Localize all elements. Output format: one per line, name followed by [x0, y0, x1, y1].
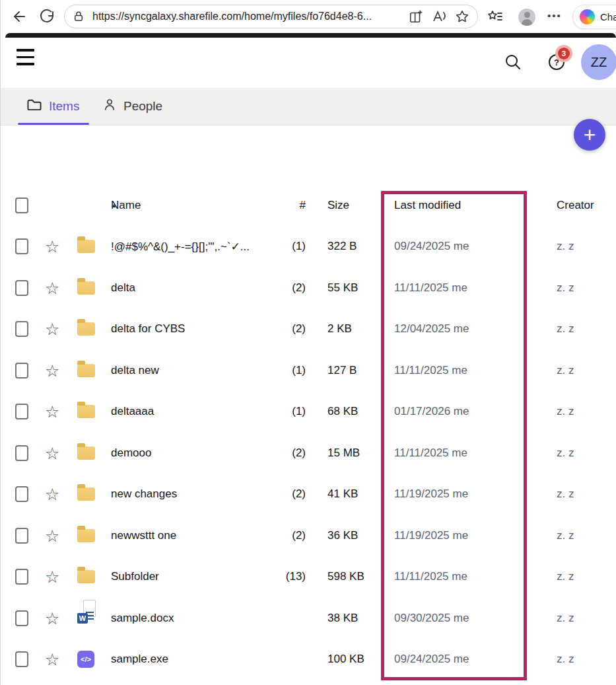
select-all-checkbox[interactable] — [15, 198, 28, 213]
tab-items[interactable]: Items — [27, 88, 79, 125]
row-checkbox[interactable] — [15, 363, 28, 379]
item-name[interactable]: delta new — [111, 364, 159, 377]
item-creator: z. z — [557, 240, 574, 253]
app-header: ? 3 ZZ — [1, 38, 616, 88]
item-creator: z. z — [557, 322, 574, 336]
favorite-star-icon[interactable]: ☆ — [45, 610, 59, 626]
item-name[interactable]: sample.exe — [111, 653, 168, 666]
item-count: (1) — [285, 240, 306, 253]
hamburger-menu-icon[interactable] — [17, 49, 34, 65]
code-file-icon: </> — [77, 651, 94, 668]
split-screen-icon[interactable] — [409, 9, 423, 24]
item-name[interactable]: Subfolder — [111, 570, 159, 583]
browser-toolbar: https://syncgalaxy.sharefile.com/home/my… — [1, 0, 616, 33]
favorite-star-icon[interactable]: ☆ — [45, 486, 59, 503]
item-creator: z. z — [557, 447, 574, 460]
browser-back-icon[interactable] — [11, 9, 27, 24]
table-row: ☆new changes(2)41 KB11/19/2025 mez. z — [1, 474, 616, 515]
item-size: 41 KB — [327, 487, 358, 501]
row-checkbox[interactable] — [15, 486, 28, 502]
favorite-star-icon[interactable]: ☆ — [45, 238, 59, 255]
search-icon[interactable] — [504, 54, 522, 73]
row-checkbox[interactable] — [15, 528, 28, 544]
item-count: (1) — [285, 405, 306, 418]
row-checkbox[interactable] — [15, 569, 28, 585]
browser-reload-icon[interactable] — [39, 9, 55, 24]
item-size: 38 KB — [327, 612, 358, 625]
item-name[interactable]: newwsttt one — [111, 529, 176, 542]
favorite-star-icon[interactable]: ☆ — [45, 527, 59, 544]
table-row: ☆delta for CYBS(2)2 KB12/04/2025 mez. z — [1, 308, 616, 350]
tab-items-label: Items — [49, 99, 79, 114]
item-name[interactable]: deltaaaa — [111, 405, 154, 418]
browser-profile-avatar[interactable] — [518, 9, 535, 26]
table-row: ☆Subfolder(13)598 KB11/11/2025 mez. z — [1, 556, 616, 598]
row-checkbox[interactable] — [15, 404, 28, 419]
item-size: 100 KB — [327, 653, 364, 666]
browser-menu-icon[interactable]: ••• — [547, 10, 562, 21]
row-checkbox[interactable] — [15, 445, 28, 461]
row-checkbox[interactable] — [15, 238, 28, 254]
item-modified: 11/11/2025 me — [394, 570, 467, 583]
create-new-button[interactable]: + — [574, 119, 605, 151]
column-header-count[interactable]: # — [285, 199, 306, 212]
item-modified: 09/30/2025 me — [394, 612, 469, 625]
item-name[interactable]: new changes — [111, 487, 177, 501]
favorite-star-icon[interactable]: ☆ — [45, 569, 59, 585]
favorite-star-icon[interactable]: ☆ — [45, 651, 59, 668]
column-header-size[interactable]: Size — [327, 199, 349, 212]
item-name[interactable]: demooo — [111, 447, 151, 460]
item-count: (2) — [285, 487, 306, 501]
item-modified: 01/17/2026 me — [394, 405, 469, 418]
item-name[interactable]: delta — [111, 281, 135, 295]
folder-icon — [77, 281, 95, 295]
item-creator: z. z — [557, 405, 574, 418]
item-size: 15 MB — [327, 447, 360, 460]
table-row: ☆delta new(1)127 B11/11/2025 mez. z — [1, 350, 616, 392]
favorite-star-icon[interactable]: ☆ — [45, 404, 59, 420]
item-count: (1) — [285, 364, 306, 377]
page-top-edge — [5, 33, 616, 38]
active-tab-underline — [18, 123, 89, 125]
item-modified: 11/19/2025 me — [394, 529, 468, 542]
person-icon — [103, 98, 116, 115]
item-name[interactable]: !@#$%^&()_+-={}[];'",.~`✓... — [111, 240, 250, 254]
tab-bar: Items People — [1, 88, 616, 126]
lock-icon — [73, 11, 85, 22]
folder-icon — [77, 447, 95, 460]
item-name[interactable]: delta for CYBS — [111, 322, 185, 336]
favorite-star-icon[interactable]: ☆ — [45, 362, 59, 379]
table-row: ☆newwsttt one(2)36 KB11/19/2025 mez. z — [1, 515, 616, 557]
item-size: 322 B — [327, 240, 357, 253]
file-list: ☆!@#$%^&()_+-={}[];'",.~`✓...(1)322 B09/… — [1, 226, 616, 680]
folder-icon — [77, 405, 95, 418]
favorite-star-icon[interactable] — [455, 9, 469, 24]
column-header-modified[interactable]: Last modified — [394, 199, 461, 212]
item-modified: 11/11/2025 me — [394, 281, 467, 295]
item-name[interactable]: sample.docx — [111, 612, 174, 625]
item-creator: z. z — [557, 653, 574, 666]
folder-icon — [77, 240, 95, 253]
column-header-creator[interactable]: Creator — [557, 199, 594, 212]
folder-icon — [77, 570, 95, 583]
user-avatar[interactable]: ZZ — [581, 44, 616, 80]
copilot-button[interactable]: Cha — [572, 5, 616, 29]
favorite-star-icon[interactable]: ☆ — [45, 321, 59, 338]
row-checkbox[interactable] — [15, 610, 28, 626]
table-row: ☆delta(2)55 KB11/11/2025 mez. z — [1, 268, 616, 309]
read-aloud-icon[interactable] — [431, 9, 447, 24]
tab-people[interactable]: People — [103, 88, 162, 125]
row-checkbox[interactable] — [15, 651, 28, 667]
favorite-star-icon[interactable]: ☆ — [45, 279, 59, 296]
address-bar[interactable]: https://syncgalaxy.sharefile.com/home/my… — [64, 5, 478, 28]
favorites-bar-icon[interactable] — [487, 9, 503, 25]
favorite-star-icon[interactable]: ☆ — [45, 445, 59, 461]
item-size: 127 B — [327, 364, 357, 377]
item-modified: 09/24/2025 me — [394, 653, 469, 666]
item-modified: 11/19/2025 me — [394, 487, 468, 501]
row-checkbox[interactable] — [15, 321, 28, 337]
url-text[interactable]: https://syncgalaxy.sharefile.com/home/my… — [92, 11, 401, 22]
table-row: ☆!@#$%^&()_+-={}[];'",.~`✓...(1)322 B09/… — [1, 226, 616, 268]
help-icon[interactable]: ? 3 — [549, 54, 565, 70]
row-checkbox[interactable] — [15, 280, 28, 296]
